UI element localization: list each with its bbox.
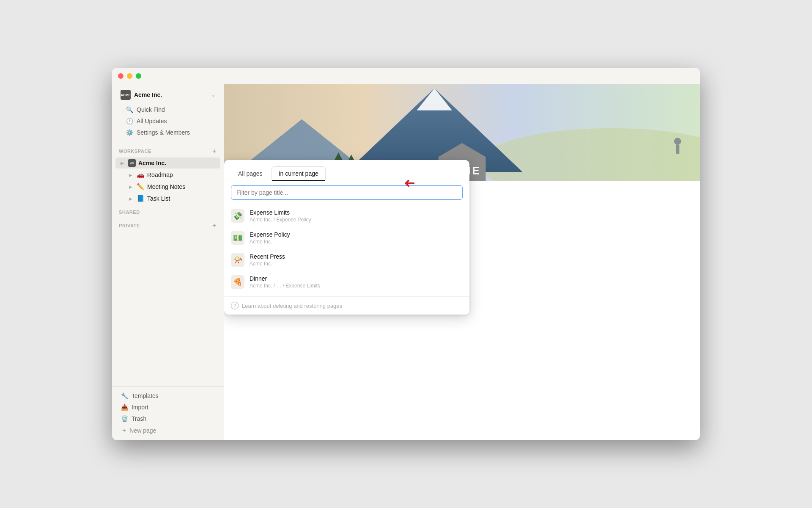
sidebar-item-trash[interactable]: 🗑️ Trash <box>115 413 220 424</box>
add-private-page-button[interactable]: + <box>210 221 219 230</box>
expense-limits-text: Expense Limits Acme Inc. / Expense Polic… <box>250 209 431 223</box>
private-section-label: PRIVATE + <box>112 216 224 232</box>
expense-limits-path: Acme Inc. / Expense Policy <box>250 217 431 223</box>
titlebar <box>112 68 700 84</box>
tab-all-pages[interactable]: All pages <box>231 166 270 180</box>
main-content: ACME Policies Office Manual Vacation Pol… <box>224 84 700 440</box>
sidebar-item-roadmap[interactable]: ▶ 🚗 Roadmap <box>115 169 220 180</box>
restore-button[interactable]: ↩ <box>436 254 448 266</box>
footer-help-text[interactable]: Learn about deleting and restoring pages <box>242 303 342 309</box>
restore-button[interactable]: ↩ <box>436 276 448 288</box>
delete-button[interactable]: 🗑 <box>451 254 463 266</box>
sidebar-item-all-updates[interactable]: 🕐 All Updates <box>121 116 215 127</box>
sidebar-item-templates[interactable]: 🔧 Templates <box>115 390 220 401</box>
expense-limits-title: Expense Limits <box>250 209 431 216</box>
delete-button[interactable]: 🗑 <box>451 210 463 222</box>
chevron-right-icon: ▶ <box>119 160 126 166</box>
chevron-right-icon: ▶ <box>127 171 134 178</box>
expense-limits-emoji: 💸 <box>231 209 244 223</box>
import-icon: 📥 <box>121 404 128 411</box>
restore-button[interactable]: ↩ <box>436 210 448 222</box>
list-item[interactable]: 📯 Recent Press Acme Inc. ↩ 🗑 <box>224 249 469 271</box>
delete-button[interactable]: 🗑 <box>451 232 463 244</box>
dinner-text: Dinner Acme Inc. / … / Expense Limits <box>250 275 431 289</box>
recent-press-title: Recent Press <box>250 253 431 260</box>
maximize-button[interactable] <box>136 73 141 79</box>
red-arrow-icon: ➜ <box>404 175 415 191</box>
list-item[interactable]: 🍕 Dinner Acme Inc. / … / Expense Limits … <box>224 271 469 293</box>
dinner-title: Dinner <box>250 275 431 282</box>
popup-search <box>224 180 469 205</box>
list-item[interactable]: 💵 Expense Policy Acme Inc. ↩ 🗑 <box>224 227 469 249</box>
dinner-emoji: 🍕 <box>231 275 244 289</box>
acme-icon: AC <box>128 159 136 167</box>
search-icon: 🔍 <box>126 106 133 113</box>
expense-policy-text: Expense Policy Acme Inc. <box>250 231 431 245</box>
popup-list: 💸 Expense Limits Acme Inc. / Expense Pol… <box>224 205 469 296</box>
restore-button[interactable]: ↩ <box>436 232 448 244</box>
task-list-emoji: 📘 <box>137 195 145 202</box>
tab-underline <box>272 180 325 181</box>
workspace-section-label: WORKSPACE + <box>112 142 224 157</box>
workspace-header[interactable]: ACME Acme Inc. ⌄ <box>117 87 219 102</box>
sidebar-item-quick-find[interactable]: 🔍 Quick Find <box>121 104 215 115</box>
sidebar-item-acme-inc[interactable]: ▶ AC Acme Inc. <box>115 157 220 168</box>
add-workspace-page-button[interactable]: + <box>210 147 219 155</box>
dinner-path: Acme Inc. / … / Expense Limits <box>250 283 431 289</box>
app-window: ACME Acme Inc. ⌄ 🔍 Quick Find 🕐 All Upda… <box>112 68 700 440</box>
new-page-button[interactable]: + New page <box>115 425 220 436</box>
help-icon[interactable]: ? <box>231 302 239 309</box>
sidebar-item-settings[interactable]: ⚙️ Settings & Members <box>121 127 215 138</box>
sidebar-top: ACME Acme Inc. ⌄ 🔍 Quick Find 🕐 All Upda… <box>112 87 224 142</box>
popup-overlay: ➜ All pages In current page <box>224 84 700 440</box>
shared-section-label: SHARED <box>112 204 224 216</box>
workspace-name: Acme Inc. <box>134 91 208 98</box>
sidebar-bottom: 🔧 Templates 📥 Import 🗑️ Trash + New page <box>112 386 224 437</box>
workspace-chevron-icon: ⌄ <box>211 92 215 98</box>
sidebar-item-task-list[interactable]: ▶ 📘 Task List <box>115 193 220 204</box>
page-filter-input[interactable] <box>231 185 463 200</box>
meeting-notes-emoji: ✏️ <box>137 183 145 190</box>
expense-policy-path: Acme Inc. <box>250 239 431 245</box>
gear-icon: ⚙️ <box>126 129 133 136</box>
chevron-right-icon: ▶ <box>127 195 134 202</box>
window-body: ACME Acme Inc. ⌄ 🔍 Quick Find 🕐 All Upda… <box>112 84 700 440</box>
arrow-annotation: ➜ <box>404 175 415 191</box>
popup-footer: ? Learn about deleting and restoring pag… <box>224 296 469 315</box>
sidebar-item-meeting-notes[interactable]: ▶ ✏️ Meeting Notes <box>115 181 220 192</box>
recent-press-text: Recent Press Acme Inc. <box>250 253 431 267</box>
roadmap-emoji: 🚗 <box>137 171 145 179</box>
trash-icon: 🗑️ <box>121 415 128 422</box>
workspace-icon: ACME <box>121 90 131 100</box>
popup-tabs: All pages In current page <box>224 160 469 180</box>
close-button[interactable] <box>118 73 123 79</box>
templates-icon: 🔧 <box>121 392 128 399</box>
delete-button[interactable]: 🗑 <box>451 276 463 288</box>
recent-press-path: Acme Inc. <box>250 261 431 267</box>
popup-panel: All pages In current page <box>224 160 469 315</box>
tab-in-current-page[interactable]: In current page <box>272 166 326 180</box>
recent-press-emoji: 📯 <box>231 253 244 267</box>
expense-policy-emoji: 💵 <box>231 231 244 245</box>
clock-icon: 🕐 <box>126 118 133 124</box>
chevron-right-icon: ▶ <box>127 183 134 190</box>
sidebar: ACME Acme Inc. ⌄ 🔍 Quick Find 🕐 All Upda… <box>112 84 224 440</box>
expense-policy-title: Expense Policy <box>250 231 431 238</box>
plus-icon: + <box>122 427 126 434</box>
minimize-button[interactable] <box>127 73 132 79</box>
sidebar-item-import[interactable]: 📥 Import <box>115 402 220 413</box>
list-item[interactable]: 💸 Expense Limits Acme Inc. / Expense Pol… <box>224 205 469 227</box>
